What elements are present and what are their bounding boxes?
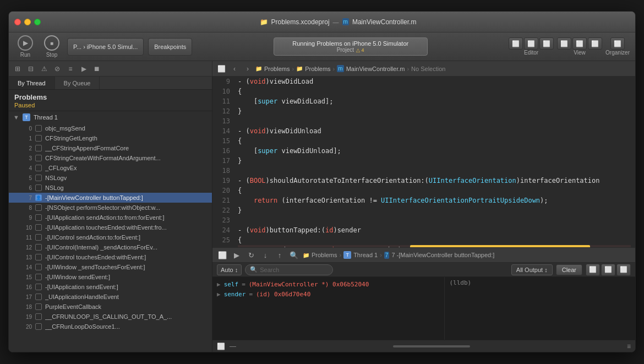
code-line: {: [238, 235, 631, 245]
font-size-slider[interactable]: [393, 345, 470, 347]
frame-number: 0: [24, 126, 32, 132]
breadcrumb-problems2[interactable]: Problems: [305, 66, 330, 72]
frame-name: -[NSObject performSelector:withObject:w.…: [45, 204, 160, 211]
status-bar-list-icon[interactable]: —: [230, 343, 236, 350]
var-expand[interactable]: ▶: [217, 291, 221, 298]
back-button[interactable]: ‹: [229, 63, 240, 74]
navigator-view-button[interactable]: ⬜: [557, 37, 571, 50]
all-output-select[interactable]: All Output ↕: [511, 264, 553, 275]
code-line: {: [238, 86, 631, 96]
frame-number: 3: [24, 155, 32, 161]
variable-item[interactable]: ▶ sender = (id) 0x06d70e40: [217, 289, 440, 299]
stack-frame[interactable]: 16-[UIApplication sendEvent:]: [9, 282, 212, 292]
code-content[interactable]: - (void)viewDidLoad{ [super viewDidLoad]…: [233, 77, 635, 247]
play-filter-icon[interactable]: ▶: [78, 63, 89, 74]
console-search[interactable]: 🔍 Search: [245, 264, 333, 275]
debug-continue[interactable]: ▶: [231, 249, 242, 260]
stack-frame[interactable]: 0objc_msgSend: [9, 123, 212, 133]
frame-name: NSLogv: [45, 175, 67, 181]
frame-number: 17: [24, 294, 32, 300]
console-maximize-btn[interactable]: ⬜: [616, 264, 631, 276]
breadcrumb-file[interactable]: MainViewController.m: [346, 66, 405, 72]
filter-icon[interactable]: ⊞: [12, 63, 23, 74]
auto-select[interactable]: Auto ↕: [217, 264, 242, 275]
stack-frame[interactable]: 10-[UIApplication touchesEnded:withEvent…: [9, 222, 212, 232]
run-button[interactable]: ▶ Run: [14, 35, 36, 58]
stack-frame[interactable]: 13-[UIControl touchesEnded:withEvent:]: [9, 252, 212, 262]
stack-frame[interactable]: 14-[UIWindow _sendTouchesForEvent:]: [9, 262, 212, 272]
stop-button[interactable]: ■ Stop: [41, 35, 63, 58]
organizer-button[interactable]: ⬜: [610, 37, 625, 50]
maximize-button[interactable]: [34, 19, 41, 25]
panel-icon[interactable]: ⬜: [216, 63, 227, 74]
var-name: self: [224, 281, 239, 288]
console-split-btn[interactable]: ⬜: [586, 264, 600, 276]
stack-frame[interactable]: 18PurpleEventCallback: [9, 302, 212, 312]
stack-frame[interactable]: 19__CFRUNLOOP_IS_CALLING_OUT_TO_A_...: [9, 312, 212, 322]
tab-by-queue[interactable]: By Queue: [55, 77, 100, 89]
minimize-button[interactable]: [24, 19, 31, 25]
breadcrumb-problems[interactable]: Problems: [264, 66, 290, 72]
code-line: [super viewDidUnload];: [238, 146, 631, 156]
debug-navigate[interactable]: 🔍: [288, 249, 299, 260]
frame-number: 19: [24, 314, 32, 320]
left-panel: By Thread By Queue Problems Paused ▼ T T…: [9, 77, 212, 352]
status-bar-right-icon[interactable]: ≡: [627, 343, 631, 350]
var-expand[interactable]: ▶: [217, 281, 221, 288]
stack-frame[interactable]: 5NSLogv: [9, 173, 212, 183]
frame-number: 6: [24, 185, 32, 191]
stack-frame[interactable]: 3CFStringCreateWithFormatAndArgument...: [9, 153, 212, 163]
frame-icon: 👤: [35, 194, 42, 201]
code-line: [238, 116, 631, 126]
stack-frame[interactable]: 7👤-[MainViewController buttonTapped:]: [9, 193, 212, 203]
forward-button[interactable]: ›: [242, 63, 253, 74]
console-view-btn[interactable]: ⬜: [601, 264, 615, 276]
code-line: }: [238, 106, 631, 116]
stack-frame[interactable]: 17_UIApplicationHandleEvent: [9, 292, 212, 302]
status-bar-left-icon[interactable]: ⬜: [217, 343, 225, 350]
frame-name: -[UIApplication sendAction:to:from:forEv…: [45, 214, 164, 221]
list-icon[interactable]: ≡: [65, 63, 76, 74]
line-number: 17: [216, 156, 230, 166]
stop-filter-icon[interactable]: ⏹: [91, 63, 102, 74]
stack-frame[interactable]: 1CFStringGetLength: [9, 133, 212, 143]
clear-button[interactable]: Clear: [556, 264, 582, 275]
utilities-view-button[interactable]: ⬜: [588, 37, 602, 50]
standard-editor-button[interactable]: ⬜: [509, 37, 523, 50]
debug-view-button[interactable]: ⬜: [572, 37, 587, 50]
stack-frame[interactable]: 20__CFRunLoopDoSource1...: [9, 322, 212, 332]
debug-console-toggle[interactable]: ⬜: [217, 249, 228, 260]
debug-step-over[interactable]: ↻: [245, 249, 256, 260]
code-line: {: [238, 186, 631, 195]
stack-frame[interactable]: 4_CFLogvEx: [9, 163, 212, 173]
close-button[interactable]: [14, 19, 21, 25]
scheme-selector[interactable]: P... › iPhone 5.0 Simul...: [67, 38, 144, 56]
error-filter-icon[interactable]: ⊘: [52, 63, 63, 74]
assistant-editor-button[interactable]: ⬜: [524, 37, 538, 50]
stack-frame[interactable]: 11-[UIControl sendAction:to:forEvent:]: [9, 232, 212, 242]
console-variables[interactable]: ▶ self = (MainViewController *) 0x06b520…: [212, 277, 445, 340]
version-editor-button[interactable]: ⬜: [539, 37, 554, 50]
code-line: }: [238, 205, 631, 215]
thread-list[interactable]: ▼ T Thread 1 0objc_msgSend1CFStringGetLe…: [9, 111, 212, 352]
debug-step-into[interactable]: ↓: [260, 249, 271, 260]
title-separator: —: [333, 19, 339, 25]
console-output[interactable]: (lldb): [445, 277, 635, 340]
view-label: View: [574, 50, 586, 56]
stack-frame[interactable]: 12-[UIControl(Internal) _sendActionsForE…: [9, 242, 212, 252]
tab-bar: By Thread By Queue: [9, 77, 212, 90]
variable-item[interactable]: ▶ self = (MainViewController *) 0x06b520…: [217, 279, 440, 289]
tab-by-thread[interactable]: By Thread: [9, 77, 55, 89]
debug-step-out[interactable]: ↑: [274, 249, 285, 260]
split-icon[interactable]: ⊟: [25, 63, 36, 74]
stack-frame[interactable]: 15-[UIWindow sendEvent:]: [9, 272, 212, 282]
warning-filter-icon[interactable]: ⚠: [39, 63, 50, 74]
stack-frame[interactable]: 8-[NSObject performSelector:withObject:w…: [9, 203, 212, 213]
code-editor[interactable]: 9101112131415161718192021222324252627282…: [212, 77, 635, 247]
breakpoints-button[interactable]: Breakpoints: [148, 38, 192, 56]
stack-frame[interactable]: 9-[UIApplication sendAction:to:from:forE…: [9, 213, 212, 222]
stack-frame[interactable]: 6NSLog: [9, 183, 212, 193]
thread-header[interactable]: ▼ T Thread 1: [9, 111, 212, 123]
stack-frame[interactable]: 2__CFStringAppendFormatCore: [9, 143, 212, 153]
line-number: 13: [216, 116, 230, 126]
